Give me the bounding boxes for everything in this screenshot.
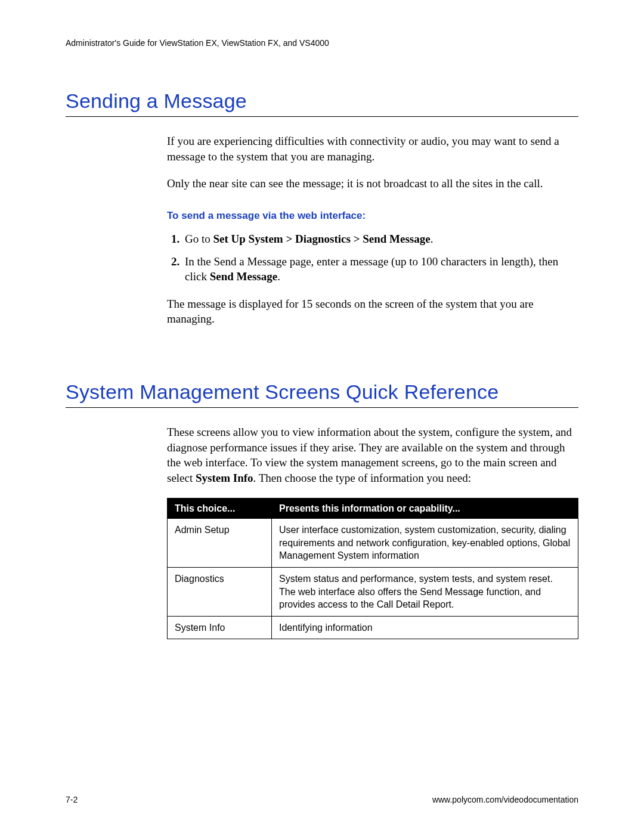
section-heading-sending-message: Sending a Message	[66, 89, 578, 113]
running-head: Administrator's Guide for ViewStation EX…	[66, 38, 578, 48]
table-header-choice: This choice...	[168, 498, 272, 519]
table-cell-desc: Identifying information	[272, 616, 578, 639]
table-row: System Info Identifying information	[168, 616, 578, 639]
step-1: Go to Set Up System > Diagnostics > Send…	[182, 231, 578, 247]
table-cell-desc: User interface customization, system cus…	[272, 519, 578, 568]
paragraph: These screens allow you to view informat…	[167, 425, 578, 486]
paragraph: If you are experiencing difficulties wit…	[167, 134, 578, 164]
p1-bold: System Info	[196, 472, 253, 484]
section2-body: These screens allow you to view informat…	[167, 425, 578, 639]
table-header-desc: Presents this information or capability.…	[272, 498, 578, 519]
step-1-bold: Set Up System > Diagnostics > Send Messa…	[213, 233, 431, 245]
page-footer: 7-2 www.polycom.com/videodocumentation	[66, 795, 578, 804]
procedure-steps: Go to Set Up System > Diagnostics > Send…	[167, 231, 578, 284]
footer-url: www.polycom.com/videodocumentation	[432, 795, 578, 804]
section-heading-quick-reference: System Management Screens Quick Referenc…	[66, 380, 578, 404]
page-number: 7-2	[66, 795, 78, 804]
table-cell-choice: Diagnostics	[168, 568, 272, 617]
table-row: Admin Setup User interface customization…	[168, 519, 578, 568]
step-2-bold: Send Message	[210, 270, 277, 283]
p1-b: . Then choose the type of information yo…	[253, 472, 471, 484]
table-cell-desc: System status and performance, system te…	[272, 568, 578, 617]
table-row: Diagnostics System status and performanc…	[168, 568, 578, 617]
heading-rule	[66, 407, 578, 408]
step-2-b: .	[277, 270, 280, 283]
step-1-prefix: Go to	[185, 233, 213, 245]
table-cell-choice: System Info	[168, 616, 272, 639]
section1-body: If you are experiencing difficulties wit…	[167, 134, 578, 327]
paragraph: Only the near site can see the message; …	[167, 176, 578, 191]
step-1-suffix: .	[431, 233, 434, 245]
table-cell-choice: Admin Setup	[168, 519, 272, 568]
table-header-row: This choice... Presents this information…	[168, 498, 578, 519]
paragraph: The message is displayed for 15 seconds …	[167, 296, 578, 327]
document-page: Administrator's Guide for ViewStation EX…	[0, 0, 644, 833]
reference-table: This choice... Presents this information…	[167, 498, 578, 640]
step-2: In the Send a Message page, enter a mess…	[182, 254, 578, 284]
procedure-subhead: To send a message via the web interface:	[167, 209, 578, 223]
heading-rule	[66, 116, 578, 117]
